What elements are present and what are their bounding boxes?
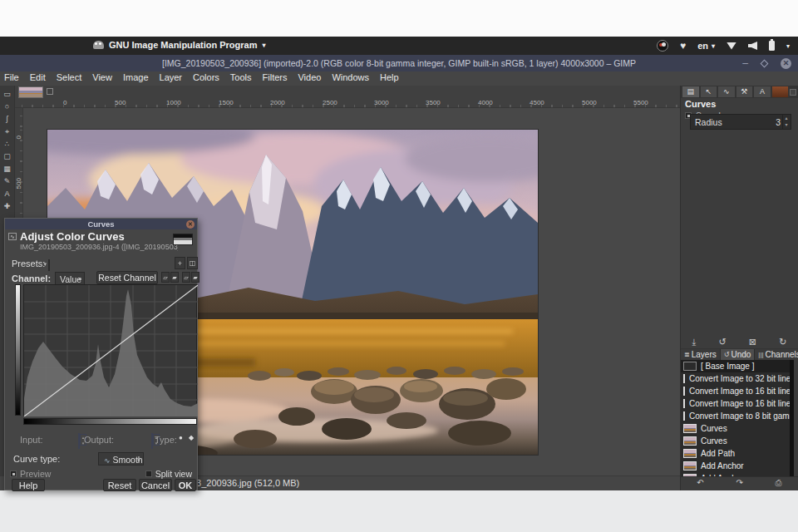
menu-file[interactable]: File [4, 72, 19, 86]
menu-video[interactable]: Video [298, 72, 321, 86]
point-type-smooth-icon[interactable]: ● [179, 434, 183, 441]
linear-histogram-toggle[interactable]: ▱ [161, 272, 170, 283]
wifi-icon[interactable] [727, 42, 736, 50]
split-view-checkbox[interactable] [145, 470, 152, 477]
menu-filters[interactable]: Filters [263, 72, 288, 86]
minimize-button[interactable]: – [742, 57, 748, 69]
obs-tray-icon[interactable] [657, 40, 668, 52]
menu-colors[interactable]: Colors [193, 72, 219, 86]
move-tool-icon[interactable]: ✚ [4, 202, 11, 210]
tab-undo[interactable]: ↺ Undo [721, 349, 756, 360]
log-histogram-toggle[interactable]: ▰ [170, 272, 179, 283]
history-item[interactable]: Convert Image to 16 bit linea [681, 385, 790, 397]
fuzzy-select-tool-icon[interactable]: ⌖ [5, 127, 9, 135]
undo-step-icon[interactable]: ↶ [697, 478, 703, 487]
tray-app-icon[interactable]: ♥ [680, 41, 686, 51]
menu-help[interactable]: Help [380, 72, 399, 86]
save-settings-icon[interactable]: ⤓ [692, 337, 697, 347]
spin-up-icon[interactable]: ▴ [785, 116, 787, 121]
ellipse-select-tool-icon[interactable]: ○ [5, 102, 9, 111]
ok-button[interactable]: OK [175, 479, 196, 491]
input-spinbox[interactable]: ▴▾ [78, 433, 80, 449]
app-menu[interactable]: GNU Image Manipulation Program ▾ [93, 40, 265, 50]
dialog-title: Curves [5, 219, 197, 229]
gradients-tab-icon[interactable] [772, 86, 789, 97]
rect-select-tool-icon[interactable]: ▭ [3, 90, 11, 98]
history-item[interactable]: Convert Image to 8 bit gamm [681, 410, 790, 422]
channel-dropdown[interactable]: Value ▾ [55, 272, 85, 285]
crop-tool-icon[interactable]: ▢ [3, 152, 11, 160]
text-tool-icon[interactable]: A [4, 190, 9, 198]
history-item[interactable]: Convert Image to 32 bit linea [681, 372, 790, 385]
dialog-titlebar[interactable]: Curves [5, 219, 197, 229]
device-status-tab-icon[interactable]: ↖ [701, 86, 717, 97]
volume-icon[interactable] [748, 42, 757, 50]
chevron-down-icon: ▾ [78, 276, 81, 283]
horizontal-ruler[interactable]: 0 500 1000 1500 2000 2500 3000 3500 4000… [15, 99, 680, 108]
grid-toggle-1[interactable]: ▱ [182, 272, 190, 283]
reset-channel-button[interactable]: Reset Channel [96, 271, 158, 284]
paths-tab-icon[interactable]: ∿ [718, 86, 735, 97]
preview-checkbox[interactable] [10, 470, 17, 477]
preview-option[interactable]: Preview [10, 469, 51, 479]
curve-plot-svg [24, 285, 198, 416]
system-menu-caret-icon[interactable]: ▾ [786, 42, 790, 50]
menu-layer[interactable]: Layer [160, 72, 183, 86]
language-indicator[interactable]: en ▾ [697, 41, 715, 51]
redo-step-icon[interactable]: ↷ [736, 478, 742, 487]
history-item[interactable]: Add Anchor [681, 460, 790, 472]
history-item[interactable]: Curves [681, 435, 790, 447]
history-scrollbar[interactable] [790, 360, 794, 476]
tab-channels[interactable]: ||| Channels [755, 349, 798, 360]
spin-down-icon[interactable]: ▾ [785, 122, 787, 127]
image-tab-thumbnail[interactable] [18, 86, 43, 98]
reset-settings-icon[interactable]: ↻ [779, 337, 786, 347]
preset-add-button[interactable]: + [175, 257, 185, 269]
menu-tools[interactable]: Tools [230, 72, 252, 86]
menu-windows[interactable]: Windows [332, 72, 369, 86]
dock-menu-button[interactable] [790, 89, 796, 96]
clear-history-icon[interactable]: ⎙ [776, 478, 782, 487]
menu-select[interactable]: Select [57, 72, 82, 86]
delete-settings-icon[interactable]: ⊠ [749, 337, 756, 347]
preset-menu-button[interactable]: ◫ [187, 257, 198, 269]
history-item[interactable]: Convert Image to 16 bit linea [681, 397, 790, 410]
paths-tool-icon[interactable]: ✎ [4, 177, 11, 185]
menu-view[interactable]: View [92, 72, 112, 86]
radius-spinner[interactable]: ▴▾ [782, 115, 790, 129]
dialog-close-icon[interactable]: ✕ [186, 220, 195, 229]
curve-type-label: Curve type: [13, 454, 60, 464]
split-view-option[interactable]: Split view [145, 469, 192, 479]
curve-type-dropdown[interactable]: ∿ Smooth ▾ [98, 452, 144, 466]
help-button[interactable]: Help [12, 479, 45, 491]
menu-edit[interactable]: Edit [30, 72, 46, 86]
history-item[interactable]: [ Base Image ] [681, 360, 790, 372]
maximize-button[interactable] [761, 59, 769, 67]
free-select-tool-icon[interactable]: ʃ [7, 115, 8, 123]
grid-toggle-2[interactable]: ▰ [191, 272, 200, 283]
cancel-button[interactable]: Cancel [139, 479, 172, 491]
history-item-label: [ Base Image ] [701, 362, 754, 371]
curve-plot[interactable] [23, 284, 197, 416]
history-item[interactable]: Curves [681, 422, 790, 435]
window-titlebar[interactable]: [IMG_20190503_200936] (imported)-2.0 (RG… [0, 55, 798, 71]
reset-button[interactable]: Reset [103, 479, 136, 491]
tool-options-tab-icon[interactable]: ▤ [682, 86, 699, 97]
close-button[interactable]: ✕ [781, 58, 791, 69]
tab-layers[interactable]: ≣ Layers [681, 349, 721, 360]
battery-icon[interactable] [769, 41, 775, 51]
tool-options-actions: ⤓ ↺ ⊠ ↻ [681, 335, 798, 347]
history-item[interactable]: Add Path [681, 447, 790, 460]
radius-slider[interactable]: Radius 3 ▴▾ [690, 114, 791, 130]
image-tab-menu-icon[interactable] [47, 88, 53, 95]
curves-dialog[interactable]: Curves ✕ ∿ Adjust Color Curves IMG_20190… [4, 218, 198, 490]
select-by-color-tool-icon[interactable]: ∴ [5, 140, 10, 148]
tools-tab-icon[interactable]: ⚒ [736, 86, 753, 97]
menu-image[interactable]: Image [123, 72, 149, 86]
fonts-tab-icon[interactable]: A [754, 86, 771, 97]
transform-tool-icon[interactable]: ▦ [3, 165, 11, 173]
restore-settings-icon[interactable]: ↺ [719, 337, 727, 347]
presets-dropdown[interactable]: ▾ [48, 259, 50, 271]
point-type-corner-icon[interactable]: ◆ [189, 434, 194, 441]
output-spinbox[interactable]: ▴▾ [151, 433, 153, 449]
